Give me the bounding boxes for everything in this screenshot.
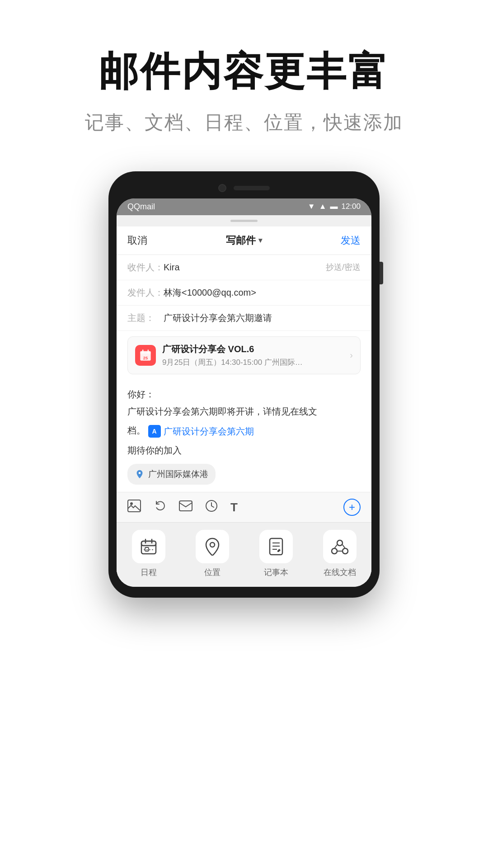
send-button[interactable]: 发送 (341, 234, 361, 247)
status-icons: ▼ ▲ ▬ 12:00 (308, 202, 361, 211)
calendar-event-info: 广研设计分享会 VOL.6 9月25日（周五）14:30-15:00 广州国际… (162, 343, 350, 368)
front-camera (218, 184, 226, 192)
doc-inline-link[interactable]: A 广研设计分享会第六期 (148, 424, 254, 439)
status-bar: QQmail ▼ ▲ ▬ 12:00 (117, 198, 371, 215)
subject-field[interactable]: 主题： 广研设计分享会第六期邀请 (117, 306, 371, 331)
hero-subtitle: 记事、文档、日程、位置，快速添加 (0, 110, 488, 135)
email-body[interactable]: 你好： 广研设计分享会第六期即将开讲，详情见在线文 档。 A 广研设计分享会第六… (117, 380, 371, 492)
svg-point-7 (130, 502, 133, 505)
compose-toolbar: T + (117, 492, 371, 522)
location-text: 广州国际媒体港 (148, 467, 208, 481)
quick-add-schedule[interactable]: 日程 (117, 530, 180, 578)
svg-rect-6 (128, 500, 141, 512)
volume-button (380, 262, 383, 284)
toolbar-icons: T (127, 500, 238, 515)
schedule-label: 日程 (141, 567, 157, 578)
app-name-label: QQmail (127, 202, 155, 212)
online-doc-label: 在线文档 (324, 567, 356, 578)
wifi-icon: ▼ (308, 202, 315, 211)
phone-screen: QQmail ▼ ▲ ▬ 12:00 取消 写邮件 ▾ (117, 198, 371, 587)
doc-link-text[interactable]: 广研设计分享会第六期 (164, 424, 254, 439)
time-label: 12:00 (341, 202, 361, 211)
signal-icon: ▲ (319, 202, 327, 211)
chevron-right-icon: › (350, 350, 353, 360)
phone-notch (117, 179, 371, 198)
quick-add-notes[interactable]: 记事本 (244, 530, 308, 578)
document-icon: A (148, 425, 161, 438)
cc-bcc-label[interactable]: 抄送/密送 (326, 262, 361, 273)
sender-label: 发件人： (127, 287, 164, 299)
notes-icon-wrap (259, 530, 293, 563)
notes-label: 记事本 (264, 567, 288, 578)
quick-add-online-doc[interactable]: 在线文档 (308, 530, 371, 578)
email-icon[interactable] (179, 500, 192, 514)
email-compose: 取消 写邮件 ▾ 发送 收件人： Kira 抄送/密送 发件人： 林海<10 (117, 226, 371, 587)
quick-add-panel: 日程 位置 (117, 522, 371, 587)
phone-mockup: QQmail ▼ ▲ ▬ 12:00 取消 写邮件 ▾ (0, 171, 488, 598)
svg-line-25 (343, 545, 345, 548)
sender-value: 林海<10000@qq.com> (164, 287, 361, 299)
closing-text: 期待你的加入 (127, 443, 361, 458)
body-line1: 广研设计分享会第六期即将开讲，详情见在线文 (127, 404, 361, 419)
recipient-value: Kira (164, 262, 326, 273)
subject-value: 广研设计分享会第六期邀请 (164, 312, 361, 324)
svg-rect-14 (145, 547, 149, 551)
svg-line-24 (334, 545, 337, 548)
sender-field[interactable]: 发件人： 林海<10000@qq.com> (117, 280, 371, 306)
hero-title: 邮件内容更丰富 (0, 50, 488, 94)
calendar-icon: 25 (135, 345, 156, 366)
plus-button[interactable]: + (343, 499, 361, 516)
online-doc-icon-wrap (323, 530, 357, 563)
cancel-button[interactable]: 取消 (127, 234, 147, 247)
calendar-event-detail: 9月25日（周五）14:30-15:00 广州国际… (162, 357, 350, 368)
svg-rect-1 (140, 351, 150, 354)
undo-icon[interactable] (154, 500, 166, 515)
recipient-field[interactable]: 收件人： Kira 抄送/密送 (117, 255, 371, 280)
calendar-event-title: 广研设计分享会 VOL.6 (162, 343, 350, 355)
svg-point-23 (343, 548, 348, 554)
clock-icon[interactable] (205, 500, 218, 515)
battery-icon: ▬ (330, 202, 338, 211)
recipient-label: 收件人： (127, 261, 164, 274)
svg-rect-11 (141, 541, 156, 546)
location-chip[interactable]: 广州国际媒体港 (127, 464, 216, 485)
compose-header: 取消 写邮件 ▾ 发送 (117, 226, 371, 255)
calendar-attachment[interactable]: 25 广研设计分享会 VOL.6 9月25日（周五）14:30-15:00 广州… (127, 336, 361, 374)
image-icon[interactable] (127, 500, 141, 515)
phone-body: QQmail ▼ ▲ ▬ 12:00 取消 写邮件 ▾ (108, 171, 380, 598)
svg-text:25: 25 (143, 356, 148, 360)
text-format-icon[interactable]: T (230, 500, 238, 514)
svg-point-22 (332, 548, 337, 554)
svg-point-21 (337, 540, 343, 546)
location-label: 位置 (204, 567, 221, 578)
greeting-text: 你好： (127, 387, 361, 401)
svg-point-5 (139, 472, 141, 474)
body-line2: 档。 A 广研设计分享会第六期 (127, 423, 361, 439)
schedule-icon-wrap (132, 530, 165, 563)
location-icon-wrap (196, 530, 229, 563)
svg-point-16 (210, 542, 215, 547)
quick-add-location[interactable]: 位置 (180, 530, 244, 578)
svg-rect-8 (179, 501, 192, 511)
compose-title: 写邮件 ▾ (226, 234, 262, 247)
drag-indicator (230, 220, 258, 222)
subject-label: 主题： (127, 312, 164, 324)
hero-section: 邮件内容更丰富 记事、文档、日程、位置，快速添加 (0, 0, 488, 162)
speaker-grille (234, 186, 270, 190)
dropdown-arrow-icon: ▾ (258, 236, 262, 245)
